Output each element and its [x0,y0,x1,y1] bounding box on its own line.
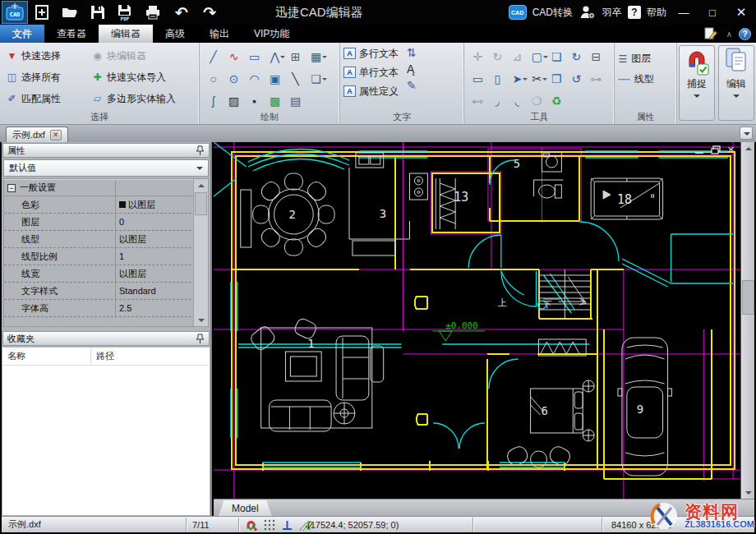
pin-icon[interactable] [196,145,205,156]
section-row[interactable]: −一般设置 [4,179,208,196]
tab-close-icon[interactable]: ✕ [50,130,62,140]
tab-viewer[interactable]: 查看器 [44,25,99,43]
insert-block-icon[interactable]: ⊞ [291,51,301,62]
chamfer-icon[interactable]: ◟ [515,95,519,107]
property-row-textheight[interactable]: 字体高2.5 [4,300,208,317]
circle-icon[interactable]: ○ [210,73,216,85]
tray-icon[interactable]: ▭ [472,73,483,85]
user-name[interactable]: 羽卒 [602,6,622,20]
open-file-button[interactable] [56,0,84,25]
property-row-layer[interactable]: 图层0 [4,214,208,231]
point-icon[interactable]: ▪ [252,95,256,107]
ortho-status-icon[interactable] [281,519,293,531]
select-all-button[interactable]: ◫选择所有 [3,71,89,85]
boundary-icon[interactable]: ▦ [311,51,321,62]
edit-dropdown-icon[interactable] [733,94,740,101]
canvas-scroll-down-icon[interactable] [741,486,755,499]
close-button[interactable]: ✕ [730,5,753,20]
line-icon[interactable]: ╱ [210,51,216,62]
arc-icon[interactable]: ◠ [249,73,259,85]
copy-object-icon[interactable]: ▣ [270,73,280,85]
table-icon[interactable]: ▤ [290,95,301,107]
trim-icon[interactable]: ✂ [532,73,542,85]
attribute-define-button[interactable]: A属性定义 [343,83,399,99]
image-icon[interactable]: ▩ [270,95,280,107]
help-button[interactable]: 帮助 [647,6,666,20]
snap-dropdown-icon[interactable] [694,94,700,101]
sketch-icon[interactable]: ∿ [229,51,239,62]
multiline-text-button[interactable]: A多行文本 [343,45,399,62]
scroll-thumb[interactable] [195,192,207,215]
snap-button[interactable]: 捕捉 [679,45,715,121]
cad-convert-button[interactable]: CAD转换 [532,6,573,20]
quick-select-button[interactable]: ▼快速选择 [3,49,89,63]
document-tab[interactable]: 示例.dxf ✕ [6,127,68,142]
column-name[interactable]: 名称 [2,348,91,365]
tab-list-chevron-icon[interactable] [740,127,753,140]
bubbles-icon[interactable]: ❍ [532,95,542,107]
save-as-pdf-button[interactable]: PDF [112,0,140,25]
favorites-list[interactable] [2,366,210,515]
spline-icon[interactable]: ʃ [212,95,214,107]
print-button[interactable] [140,0,168,25]
undo-tool-icon[interactable]: ↺ [571,73,581,85]
tab-vip[interactable]: VIP功能 [242,25,302,43]
array-icon[interactable]: ▢ [532,51,542,62]
text-style-icon[interactable]: Ą [407,63,417,75]
mdi-close-icon[interactable]: ✕ [727,145,735,155]
mdi-restore-icon[interactable] [711,145,721,154]
singleline-text-button[interactable]: A单行文本 [343,64,399,81]
pick-icon[interactable]: ➤ [512,73,522,85]
app-logo-icon[interactable]: CAD [2,1,28,24]
copy-icon[interactable]: ❏ [551,51,562,62]
rectangle-icon[interactable]: ▭ [249,51,260,62]
minimize-button[interactable]: — [672,7,695,19]
quick-help-icon[interactable]: ? [739,28,751,40]
region-icon[interactable]: ❏ [311,73,321,85]
hatch-icon[interactable]: ▨ [228,95,239,107]
tab-editor[interactable]: 编辑器 [99,25,153,43]
canvas-vertical-scrollbar[interactable] [740,142,754,499]
property-row-textstyle[interactable]: 文字样式Standard [4,283,208,300]
collapse-ribbon-icon[interactable]: ∧ [726,30,732,39]
property-row-color[interactable]: 色彩以图层 [4,196,208,214]
drawing-canvas[interactable]: ✕ [214,142,754,516]
rotate-icon[interactable]: ↻ [492,51,502,62]
tab-advanced[interactable]: 高级 [153,25,197,43]
snap-status-icon[interactable] [245,518,258,532]
polygon-entity-input-button[interactable]: ▱多边形实体输入 [89,92,199,106]
property-scrollbar[interactable] [193,179,208,326]
preset-dropdown[interactable]: 默认值 [3,159,209,177]
draft-style-icon[interactable] [703,27,720,40]
property-row-ltscale[interactable]: 线型比例1 [4,248,208,265]
offset-icon[interactable]: ⊟ [591,51,601,62]
duplicate-icon[interactable]: ❐ [551,73,562,85]
dim1-icon[interactable]: ⊶ [590,73,602,85]
tab-output[interactable]: 输出 [197,25,242,43]
mirror-icon[interactable]: ⊿ [512,51,522,62]
dim2-icon[interactable]: ⊷ [472,95,483,107]
linetype-button[interactable]: ╌╌线型 [618,72,673,86]
redo-button[interactable]: ↷ [196,0,224,25]
canvas-scroll-thumb[interactable] [742,280,754,315]
canvas-scroll-up-icon[interactable] [741,142,755,154]
tab-file[interactable]: 文件 [0,25,44,43]
floorplan-svg[interactable]: 2 3 13 5 18 1 6 9 上 下 ±0.000 [214,142,740,499]
text-edit-icon[interactable]: ✎ [407,80,417,91]
property-row-lineweight[interactable]: 线宽以图层 [4,265,208,283]
ellipse-icon[interactable]: ⊙ [229,73,239,85]
maximize-button[interactable]: □ [701,7,724,19]
pin-icon[interactable] [196,334,205,344]
text-align-icon[interactable]: ⇅ [407,47,417,58]
fillet-icon[interactable]: ◞ [496,95,500,107]
quick-entity-import-button[interactable]: ✚快速实体导入 [89,71,199,85]
block-editor-button[interactable]: ◉块编辑器 [89,49,199,63]
edit-button[interactable]: 编辑 [718,45,754,121]
save-button[interactable] [84,0,112,25]
thick-line-icon[interactable]: ╲ [292,73,298,85]
new-file-button[interactable] [28,0,56,25]
column-path[interactable]: 路径 [91,348,210,365]
property-row-linetype[interactable]: 线型以图层 [4,231,208,248]
help-icon[interactable]: ? [628,6,641,19]
rotate-ref-icon[interactable]: ↻ [571,51,581,62]
